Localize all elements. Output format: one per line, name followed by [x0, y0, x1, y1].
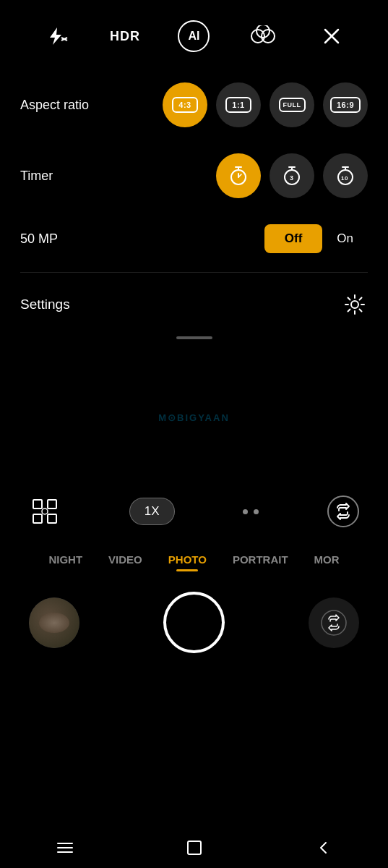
gallery-thumbnail[interactable]	[29, 597, 79, 648]
aspect-ratio-1-1-label: 1:1	[225, 97, 251, 113]
gallery-image	[29, 597, 79, 648]
camera-switch-button[interactable]	[309, 597, 359, 648]
timer-options: 3 10	[216, 153, 368, 198]
zoom-controls-row: 1X	[0, 495, 388, 527]
aspect-ratio-16-9-label: 16:9	[330, 97, 361, 113]
timer-label: Timer	[20, 169, 92, 184]
timer-3s-button[interactable]: 3	[270, 153, 314, 198]
zoom-dot-2	[254, 509, 259, 514]
ai-label: AI	[188, 30, 199, 43]
tab-portrait[interactable]: PORTRAIT	[220, 548, 301, 571]
gear-icon[interactable]	[342, 292, 368, 318]
aspect-ratio-4-3[interactable]: 4:3	[163, 82, 207, 127]
navigation-bar	[0, 827, 388, 868]
scan-focus-icon[interactable]	[29, 495, 61, 527]
flash-button[interactable]	[40, 20, 72, 52]
hdr-label: HDR	[110, 29, 140, 44]
tab-photo-label: PHOTO	[168, 553, 207, 566]
tab-video-label: VIDEO	[108, 553, 142, 566]
tab-photo[interactable]: PHOTO	[155, 548, 220, 571]
svg-point-26	[322, 610, 346, 635]
tab-night-label: NIGHT	[48, 553, 82, 566]
tab-video[interactable]: VIDEO	[95, 548, 155, 571]
back-nav-icon[interactable]	[311, 835, 337, 861]
aspect-ratio-16-9[interactable]: 16:9	[323, 82, 368, 127]
close-button[interactable]	[316, 20, 348, 52]
aspect-ratio-options: 4:3 1:1 FULL 16:9	[163, 82, 368, 127]
menu-nav-icon[interactable]	[52, 835, 78, 861]
svg-rect-23	[33, 514, 42, 523]
tab-more[interactable]: MOR	[301, 548, 353, 571]
tab-portrait-label: PORTRAIT	[233, 553, 288, 566]
settings-bottom-row: Settings	[0, 278, 388, 331]
aspect-ratio-full[interactable]: FULL	[270, 82, 314, 127]
tab-more-label: MOR	[314, 553, 340, 566]
top-bar: HDR AI	[0, 0, 388, 64]
timer-off-button[interactable]	[216, 153, 261, 198]
shutter-button[interactable]	[163, 592, 225, 653]
color-button[interactable]	[247, 20, 279, 52]
zoom-level[interactable]: 1X	[129, 498, 175, 525]
aspect-ratio-row: Aspect ratio 4:3 1:1 FULL 16:9	[20, 69, 368, 140]
home-nav-icon[interactable]	[181, 835, 207, 861]
svg-text:3: 3	[290, 174, 294, 182]
divider-1	[20, 272, 368, 273]
svg-point-20	[351, 301, 358, 308]
svg-rect-30	[188, 841, 201, 854]
mp-label: 50 MP	[20, 231, 92, 247]
svg-point-25	[42, 509, 48, 514]
svg-text:10: 10	[341, 175, 348, 182]
aspect-ratio-label: Aspect ratio	[20, 98, 92, 113]
zoom-dot-1	[243, 509, 248, 514]
camera-flip-icon[interactable]	[327, 495, 359, 527]
camera-mode-tabs: NIGHT VIDEO PHOTO PORTRAIT MOR	[0, 542, 388, 580]
mp-on-button[interactable]: On	[322, 224, 368, 253]
mp-toggle: Off On	[264, 224, 368, 253]
timer-10s-button[interactable]: 10	[323, 153, 368, 198]
viewfinder-area: 1X	[0, 339, 388, 542]
timer-row: Timer 3	[20, 140, 368, 211]
tab-night[interactable]: NIGHT	[35, 548, 95, 571]
settings-label: Settings	[20, 297, 70, 312]
mp-off-button[interactable]: Off	[264, 224, 323, 253]
aspect-ratio-1-1[interactable]: 1:1	[216, 82, 261, 127]
svg-rect-24	[48, 514, 56, 523]
mp-row: 50 MP Off On	[20, 211, 368, 266]
aspect-ratio-4-3-label: 4:3	[172, 97, 197, 113]
ai-button[interactable]: AI	[178, 20, 210, 52]
svg-rect-21	[33, 500, 42, 509]
aspect-ratio-full-label: FULL	[279, 98, 306, 112]
zoom-dots	[243, 509, 259, 514]
hdr-button[interactable]: HDR	[109, 20, 141, 52]
bottom-controls	[0, 580, 388, 668]
svg-rect-22	[48, 500, 56, 509]
settings-panel: Aspect ratio 4:3 1:1 FULL 16:9 Timer	[0, 64, 388, 266]
